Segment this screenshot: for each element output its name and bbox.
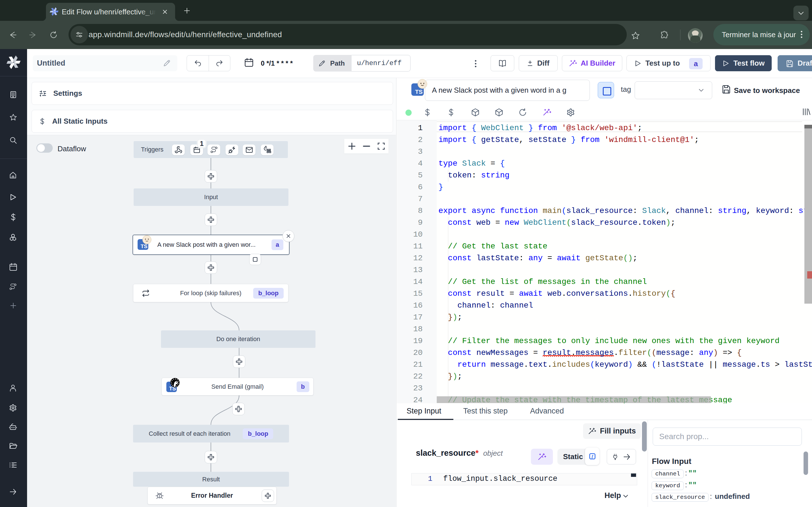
- svg-text:f: f: [592, 454, 594, 459]
